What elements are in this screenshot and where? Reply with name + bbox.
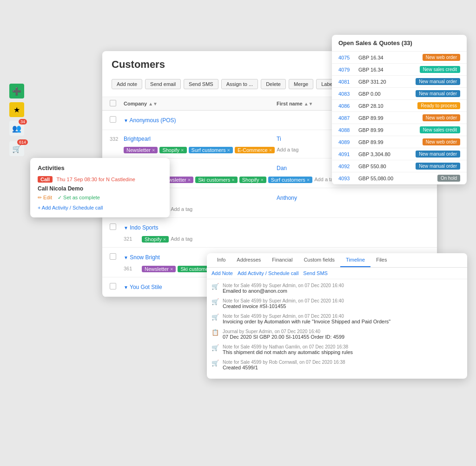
add-activity-link[interactable]: + Add Activity / Schedule call [38,205,103,210]
sales-panel: Open Sales & Quotes (33) 4075 GBP 16.34 … [332,35,467,184]
sale-id[interactable]: 4087 [338,115,355,121]
customer-firstname[interactable]: Dan [277,165,287,171]
sale-id[interactable]: 4083 [338,91,355,97]
timeline-action-send-sms[interactable]: Send SMS [303,270,328,276]
activity-actions: ✏ Edit ✓ Set as complete [38,195,162,201]
timeline-entry: 🛒 Note for Sale 4599 by Super Admin, on … [212,298,463,309]
row-checkbox[interactable] [110,223,116,230]
entry-text: Invoicing order by Automation with rule … [223,319,390,324]
row-checkbox[interactable] [110,253,116,260]
row-checkbox[interactable] [110,283,116,289]
tag-remove[interactable]: × [181,147,184,153]
timeline-entries: 🛒 Note for Sale 4599 by Super Admin, on … [207,279,467,379]
tab-addresses[interactable]: Addresses [231,253,266,267]
entry-content: Note for Sale 4599 by Super Admin, on 07… [223,283,344,294]
assign-to-button[interactable]: Assign to ... [221,79,258,89]
sale-status-badge: New web order [423,54,460,61]
tag-label: Shopify [242,177,259,183]
tag-remove[interactable]: × [269,147,272,153]
sale-amount: GBP 28.10 [358,103,414,109]
customer-name[interactable]: Brightpearl [124,136,151,142]
add-icon-wrapper: ➕ [9,84,24,98]
delete-button[interactable]: Delete [261,79,286,89]
tab-files[interactable]: Files [370,253,392,267]
tag-remove[interactable]: × [307,177,310,183]
tag-remove[interactable]: × [170,266,173,272]
tag-label: Shopify [162,147,179,153]
tag-remove[interactable]: × [231,177,234,183]
customer-firstname[interactable]: Anthony [277,195,297,201]
add-tag-link[interactable]: Add a tag [171,206,192,213]
sidebar: ➕ ★ 👥 34 🛒 614 [9,84,24,156]
row-dropdown-icon[interactable]: ▼ [124,255,128,260]
firstname-sort-icon: ▲▼ [304,101,313,106]
row-dropdown-icon[interactable]: ▼ [124,285,128,290]
sale-id[interactable]: 4079 [338,67,355,72]
tag-remove[interactable]: × [260,177,263,183]
add-note-button[interactable]: Add note [112,79,142,89]
tag: Surf customers × [189,147,233,153]
entry-icon: 🛒 [212,298,219,309]
tag-remove[interactable]: × [227,147,230,153]
tab-info[interactable]: Info [212,253,231,267]
entry-meta: Note for Sale 4599 by Super Admin, on 07… [223,314,390,319]
customer-name[interactable]: Snow Bright [130,254,160,261]
tag-remove[interactable]: × [188,177,191,183]
add-tag-link[interactable]: Add a tag [171,236,192,243]
sale-id[interactable]: 4075 [338,55,355,60]
tab-financial[interactable]: Financial [266,253,298,267]
sales-row: 4093 GBP 55,080.00 On hold [332,172,467,184]
sale-amount: GBP 89.99 [358,139,419,145]
send-email-button[interactable]: Send email [145,79,181,89]
tag-remove[interactable]: × [163,236,166,242]
sale-status-badge: New web order [423,114,460,121]
sale-id[interactable]: 4092 [338,164,355,169]
merge-button[interactable]: Merge [289,79,313,89]
timeline-action-add-note[interactable]: Add Note [212,270,233,276]
tab-custom-fields[interactable]: Custom fields [298,253,340,267]
customer-name[interactable]: Indo Sports [130,224,158,231]
company-col-header[interactable]: Company ▲▼ [124,101,277,106]
activities-title: Activities [38,164,162,171]
tag-remove[interactable]: × [152,147,155,153]
sales-row: 4091 GBP 3,304.80 New manual order [332,148,467,160]
entry-text: Emailed to anon@anon.com [223,288,344,294]
sale-id[interactable]: 4081 [338,79,355,85]
tag-label: Newsletter [126,147,151,153]
sale-id[interactable]: 4091 [338,151,355,157]
sale-status-badge: New web order [423,138,460,145]
row-dropdown-icon[interactable]: ▼ [124,225,128,230]
sale-id[interactable]: 4088 [338,127,355,133]
tag-label: Surf customers [192,147,226,153]
sale-amount: GBP 55,080.00 [358,176,434,181]
call-entry: Call Thu 17 Sep 08:30 for N Castledine [38,176,162,183]
edit-link[interactable]: ✏ Edit [38,195,52,201]
sale-id[interactable]: 4089 [338,139,355,145]
tag: Shopify × [159,147,186,153]
entry-content: Note for Sale 4599 by Rob Cornwall, on 0… [223,360,345,370]
row-dropdown-icon[interactable]: ▼ [124,118,128,123]
add-tag-link[interactable]: Add a tag [277,147,298,153]
row-checkbox[interactable] [110,116,116,123]
sale-status-badge: Ready to process [417,102,460,109]
select-all-check[interactable] [110,100,124,107]
cart-icon-wrapper: 🛒 614 [9,141,24,156]
timeline-action-add-activity-schedule-call[interactable]: Add Activity / Schedule call [238,270,298,276]
add-icon[interactable]: ➕ [9,84,24,98]
tag-label: E-Commerce [238,147,268,153]
complete-link[interactable]: ✓ Set as complete [58,195,100,201]
customer-name[interactable]: You Got Stile [130,284,162,290]
sale-id[interactable]: 4086 [338,103,355,109]
entry-text: Created 4599/1 [223,365,345,370]
tag: Shopify × [239,177,266,183]
sale-id[interactable]: 4093 [338,176,355,181]
tag-label: Shopify [145,236,162,242]
star-icon[interactable]: ★ [9,102,24,117]
customer-firstname[interactable]: Ti [277,136,281,142]
tag: Newsletter × [124,147,158,153]
users-icon-wrapper: 👥 34 [9,121,24,136]
customer-name[interactable]: Anonymous (POS) [130,117,176,124]
send-sms-button[interactable]: Send SMS [184,79,218,89]
timeline-entry: 🛒 Note for Sale 4599 by Nathan Gamlin, o… [212,344,463,355]
tab-timeline[interactable]: Timeline [340,253,370,267]
